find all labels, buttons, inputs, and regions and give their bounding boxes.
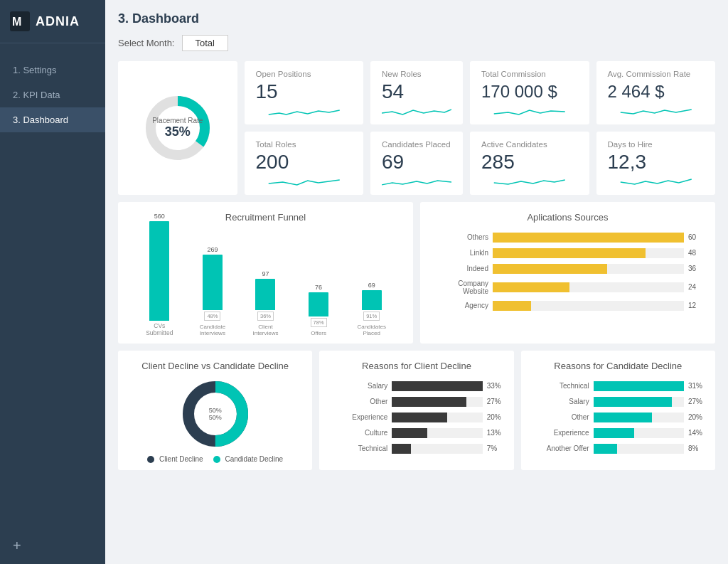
legend-label-candidate: Candidate Decline bbox=[225, 455, 283, 463]
kpi-days-to-hire-label: Days to Hire bbox=[608, 140, 705, 149]
kpi-new-roles: New Roles 54 bbox=[370, 61, 463, 124]
cand-label-another-offer: Another Offer bbox=[532, 445, 589, 452]
sparkline-active-candidates bbox=[481, 174, 578, 189]
sparkline-avg-commission bbox=[608, 103, 705, 119]
hbar-label-linkedin: Linkln bbox=[432, 249, 488, 257]
client-track-salary bbox=[392, 381, 482, 391]
funnel-bar-interviews: 269 48% Candidate Interviews bbox=[186, 246, 240, 336]
client-pct-label: 50% bbox=[209, 407, 222, 414]
legend-candidate: Candidate Decline bbox=[213, 455, 284, 463]
client-fill-other bbox=[392, 397, 466, 407]
funnel-bar-offers: 76 78% Offers bbox=[292, 284, 346, 336]
client-bar-salary: Salary 33% bbox=[331, 381, 502, 391]
cand-bar-salary: Salary 27% bbox=[532, 397, 704, 407]
funnel-value-client: 97 bbox=[262, 270, 269, 277]
kpi-total-roles-value: 200 bbox=[256, 151, 353, 174]
client-val-other: 27% bbox=[487, 398, 503, 405]
cand-bar-other: Other 20% bbox=[532, 413, 704, 422]
funnel-label-client: Client Interviews bbox=[246, 324, 285, 336]
decline-legend: Client Decline Candidate Decline bbox=[147, 455, 283, 463]
month-filter-label: Select Month: bbox=[118, 38, 175, 48]
cand-val-another-offer: 8% bbox=[688, 445, 704, 452]
kpi-new-roles-value: 54 bbox=[382, 81, 451, 103]
kpi-total-commission-value: 170 000 $ bbox=[481, 83, 578, 101]
hbar-fill-indeed bbox=[493, 264, 607, 274]
funnel-bar-fill-client bbox=[255, 279, 275, 310]
hbar-fill-linkedin bbox=[493, 248, 646, 258]
cand-bar-experience: Experience 14% bbox=[532, 428, 704, 438]
hbar-track-others bbox=[493, 233, 684, 243]
cand-val-technical: 31% bbox=[688, 382, 704, 390]
cand-val-salary: 27% bbox=[688, 398, 704, 405]
hbar-val-agency: 12 bbox=[688, 302, 704, 309]
cand-val-other: 20% bbox=[688, 413, 704, 421]
month-filter-button[interactable]: Total bbox=[182, 35, 228, 51]
cand-label-other: Other bbox=[532, 413, 589, 421]
hbar-others: Others 60 bbox=[432, 233, 704, 243]
legend-dot-client bbox=[147, 456, 154, 463]
sparkline-days-to-hire bbox=[608, 174, 705, 189]
sparkline-total-commission bbox=[481, 103, 578, 119]
kpi-new-roles-label: New Roles bbox=[382, 70, 451, 78]
client-val-salary: 33% bbox=[487, 382, 503, 390]
client-track-experience bbox=[392, 413, 482, 422]
client-decline-title: Reasons for Client Decline bbox=[331, 361, 502, 371]
hbar-val-linkedin: 48 bbox=[688, 249, 704, 257]
funnel-bar-placed: 69 91% Candidates Placed bbox=[345, 282, 398, 336]
funnel-bar-fill-interviews bbox=[203, 255, 223, 310]
application-sources-card: Aplications Sources Others 60 Linkln 48 … bbox=[420, 202, 715, 344]
cand-val-experience: 14% bbox=[688, 429, 704, 437]
legend-label-client: Client Decline bbox=[159, 455, 203, 463]
client-fill-technical bbox=[392, 444, 411, 454]
hbar-fill-agency bbox=[493, 301, 531, 311]
client-label-experience: Experience bbox=[331, 413, 387, 421]
funnel-bar-client-interviews: 97 36% Client Interviews bbox=[239, 270, 292, 336]
sidebar-item-settings[interactable]: 1. Settings bbox=[0, 58, 105, 83]
svg-text:M: M bbox=[12, 16, 21, 28]
sidebar-item-kpi[interactable]: 2. KPI Data bbox=[0, 83, 105, 107]
cand-bar-another-offer: Another Offer 8% bbox=[532, 444, 704, 454]
kpi-active-candidates: Active Candidates 285 bbox=[470, 132, 589, 195]
hbar-label-indeed: Indeed bbox=[432, 265, 488, 272]
legend-client: Client Decline bbox=[147, 455, 203, 463]
candidate-decline-title: Reasons for Candidate Decline bbox=[532, 361, 704, 371]
cand-fill-technical bbox=[594, 381, 684, 391]
hbar-fill-company bbox=[493, 282, 569, 292]
decline-comparison-title: Client Decline vs Candidate Decline bbox=[129, 361, 301, 371]
kpi-candidates-placed-label: Candidates Placed bbox=[382, 140, 451, 149]
sidebar-item-dashboard[interactable]: 3. Dashboard bbox=[0, 107, 105, 132]
client-bar-other: Other 27% bbox=[331, 397, 502, 407]
client-label-technical: Technical bbox=[331, 445, 387, 452]
cand-fill-other bbox=[594, 413, 653, 422]
client-track-other bbox=[392, 397, 482, 407]
client-track-culture bbox=[392, 428, 482, 438]
application-sources-chart: Others 60 Linkln 48 Indeed 36 Company We… bbox=[432, 230, 704, 319]
hbar-indeed: Indeed 36 bbox=[432, 264, 704, 274]
candidate-decline-chart: Technical 31% Salary 27% Other 20% Exper… bbox=[532, 378, 704, 462]
hbar-label-others: Others bbox=[432, 233, 488, 241]
client-label-other: Other bbox=[331, 398, 387, 405]
funnel-bar-fill-cvs bbox=[149, 221, 169, 321]
kpi-avg-commission-value: 2 464 $ bbox=[608, 83, 705, 101]
add-button[interactable]: + bbox=[0, 528, 105, 564]
client-bar-culture: Culture 13% bbox=[331, 428, 502, 438]
placement-rate-label: Placement Rate bbox=[152, 117, 203, 124]
client-label-culture: Culture bbox=[331, 429, 387, 437]
candidate-decline-card: Reasons for Candidate Decline Technical … bbox=[521, 351, 715, 470]
client-label-salary: Salary bbox=[331, 382, 387, 390]
funnel-value-interviews: 269 bbox=[207, 246, 218, 253]
placement-rate-card: Placement Rate 35% bbox=[118, 61, 237, 195]
client-fill-experience bbox=[392, 413, 447, 422]
month-filter-row: Select Month: Total bbox=[118, 35, 715, 51]
sparkline-new-roles bbox=[382, 103, 451, 119]
cand-label-salary: Salary bbox=[532, 398, 589, 405]
page-title: 3. Dashboard bbox=[118, 11, 715, 26]
client-val-technical: 7% bbox=[487, 445, 503, 452]
hbar-val-others: 60 bbox=[688, 233, 704, 241]
cand-track-technical bbox=[594, 381, 684, 391]
cand-track-salary bbox=[594, 397, 684, 407]
cand-track-experience bbox=[594, 428, 684, 438]
hbar-track-linkedin bbox=[493, 248, 684, 258]
cand-label-experience: Experience bbox=[532, 429, 589, 437]
client-track-technical bbox=[392, 444, 482, 454]
